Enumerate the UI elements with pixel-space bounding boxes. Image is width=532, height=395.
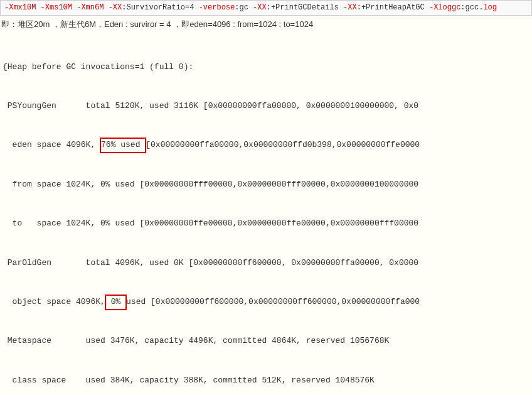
cmd-part-2: :SurvivorRatio=4 — [122, 3, 198, 12]
cmd-part-11: log — [483, 3, 497, 12]
cmd-part-1: -Xmx10M -Xms10M -Xmn6M -XX — [4, 3, 122, 12]
cmd-part-6: :+PrintGCDetails — [267, 3, 343, 12]
cmd-part-9: -Xloggc — [429, 3, 460, 12]
cmd-part-3: -verbose — [199, 3, 235, 12]
cmd-part-8: :+PrintHeapAtGC — [357, 3, 429, 12]
cmd-part-5: -XX — [253, 3, 267, 12]
log-text: [0x00000000ffa00000,0x00000000ffd0b398,0… — [146, 140, 420, 149]
log-line: eden space 4096K, 76% used [0x00000000ff… — [0, 139, 532, 152]
log-line: class space used 384K, capacity 388K, co… — [0, 374, 532, 387]
log-line: to space 1024K, 0% used [0x00000000ffe00… — [0, 217, 532, 230]
log-line: from space 1024K, 0% used [0x00000000fff… — [0, 178, 532, 192]
log-text: object space 4096K, — [3, 297, 105, 306]
log-text: eden space 4096K, — [3, 140, 100, 149]
log-line: ParOldGen total 4096K, used 0K [0x000000… — [0, 257, 532, 270]
log-line: Metaspace used 3476K, capacity 4496K, co… — [0, 335, 532, 348]
log-line: {Heap before GC invocations=1 (full 0): — [0, 61, 532, 74]
log-line: PSYoungGen total 5120K, used 3116K [0x00… — [0, 100, 532, 113]
cmd-part-10: :gcc. — [460, 3, 483, 12]
command-line-bar: -Xmx10M -Xms10M -Xmn6M -XX:SurvivorRatio… — [0, 0, 532, 16]
gc-log-before: {Heap before GC invocations=1 (full 0): … — [0, 34, 532, 395]
cmd-part-4: :gc — [235, 3, 253, 12]
log-text: used [0x00000000ff600000,0x00000000ff600… — [126, 297, 420, 306]
log-line: object space 4096K, 0% used [0x00000000f… — [0, 296, 532, 309]
highlight-oldgen-usage: 0% — [105, 295, 127, 310]
highlight-eden-usage: 76% used — [100, 138, 146, 153]
description-1: 即：堆区20m ，新生代6M，Eden : surviror = 4 ，即ede… — [0, 16, 532, 34]
cmd-part-7: -XX — [343, 3, 357, 12]
